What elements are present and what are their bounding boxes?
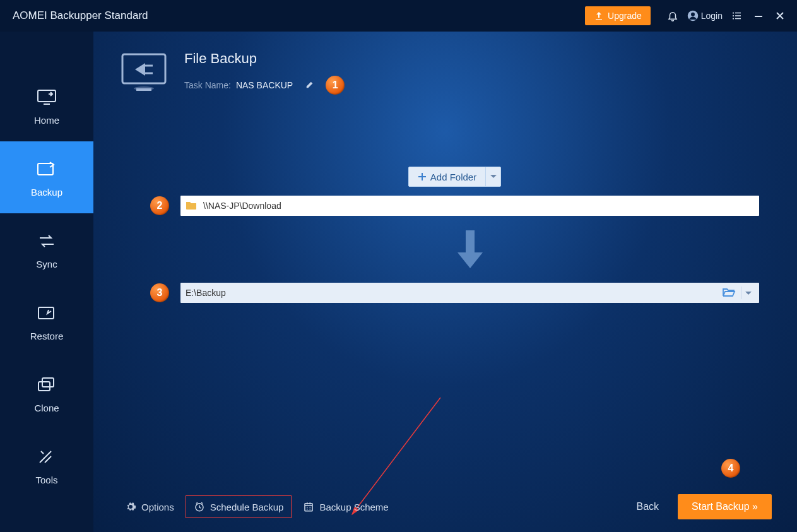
sidebar-item-sync[interactable]: Sync: [0, 213, 93, 285]
sidebar-item-label: Clone: [34, 403, 59, 413]
titlebar: AOMEI Backupper Standard Upgrade Login: [0, 0, 797, 32]
svg-rect-7: [735, 18, 741, 20]
schedule-backup-label: Schedule Backup: [210, 502, 284, 512]
clock-icon: [194, 501, 205, 512]
app-window: AOMEI Backupper Standard Upgrade Login: [0, 0, 797, 532]
svg-point-1: [691, 13, 695, 16]
clone-icon: [35, 374, 58, 396]
sidebar-item-clone[interactable]: Clone: [0, 357, 93, 429]
main-panel: File Backup Task Name: NAS BACKUP 1: [93, 32, 797, 532]
svg-rect-8: [755, 16, 762, 17]
sync-icon: [35, 230, 58, 252]
minimize-button[interactable]: [748, 11, 769, 20]
page-header: File Backup Task Name: NAS BACKUP 1: [93, 32, 797, 116]
source-row: 2 \\NAS-JP\Download: [150, 196, 759, 216]
back-button[interactable]: Back: [636, 501, 659, 512]
sidebar-item-label: Backup: [31, 187, 62, 198]
chevron-down-icon: [490, 174, 497, 179]
svg-rect-16: [466, 230, 475, 252]
restore-icon: [35, 302, 58, 324]
add-folder-label: Add Folder: [430, 172, 476, 182]
scheme-icon: [303, 501, 314, 512]
divider: [741, 287, 741, 299]
pencil-icon[interactable]: [305, 80, 314, 91]
callout-4: 4: [721, 459, 740, 478]
svg-rect-10: [38, 163, 53, 175]
svg-rect-11: [38, 307, 54, 319]
menu-icon[interactable]: [726, 10, 748, 21]
close-button[interactable]: [769, 11, 791, 20]
folder-icon: [186, 200, 197, 212]
task-name-value: NAS BACKUP: [236, 80, 293, 90]
backup-scheme-label: Backup Scheme: [319, 502, 388, 512]
bell-icon[interactable]: [662, 10, 683, 21]
backup-icon: [35, 158, 58, 180]
svg-point-4: [733, 15, 734, 16]
options-label: Options: [141, 502, 174, 512]
callout-2: 2: [150, 196, 169, 215]
sidebar-item-tools[interactable]: Tools: [0, 429, 93, 501]
options-button[interactable]: Options: [119, 497, 180, 516]
gear-icon: [125, 501, 136, 512]
svg-rect-3: [735, 13, 741, 14]
backup-scheme-button[interactable]: Backup Scheme: [297, 497, 394, 516]
chevron-down-icon: [745, 291, 752, 296]
source-path-text: \\NAS-JP\Download: [203, 201, 281, 211]
sidebar-item-backup[interactable]: Backup: [0, 141, 93, 213]
source-path-box[interactable]: \\NAS-JP\Download: [180, 196, 759, 216]
start-backup-label: Start Backup »: [692, 501, 758, 512]
sidebar-item-label: Tools: [35, 475, 57, 485]
svg-point-15: [134, 86, 154, 90]
task-name-label: Task Name:: [184, 80, 231, 90]
app-title: AOMEI Backupper Standard: [13, 9, 585, 22]
sidebar: Home Backup Sync Restore: [0, 32, 93, 532]
svg-rect-5: [735, 15, 741, 16]
login-button[interactable]: Login: [687, 10, 723, 21]
dest-path-box[interactable]: E:\Backup: [180, 283, 759, 303]
dest-row: 3 E:\Backup: [150, 283, 759, 303]
sidebar-item-label: Home: [34, 115, 59, 126]
add-folder-dropdown[interactable]: [485, 167, 500, 186]
add-folder-button[interactable]: Add Folder: [409, 167, 485, 186]
upgrade-button[interactable]: Upgrade: [585, 6, 651, 25]
footer: Options Schedule Backup Backup Scheme Ba…: [93, 482, 797, 532]
callout-3: 3: [150, 283, 169, 302]
page-title: File Backup: [184, 50, 345, 67]
svg-rect-9: [38, 90, 56, 102]
schedule-backup-button[interactable]: Schedule Backup: [186, 495, 292, 518]
sidebar-item-home[interactable]: Home: [0, 69, 93, 141]
upgrade-icon: [594, 11, 604, 21]
body: Home Backup Sync Restore: [0, 32, 797, 532]
title-block: File Backup Task Name: NAS BACKUP 1: [184, 50, 345, 95]
add-folder-button-group: Add Folder: [408, 167, 501, 187]
dest-dropdown[interactable]: [743, 288, 754, 298]
center-area: Add Folder 2 \\NAS-JP\Download: [93, 167, 797, 303]
svg-point-6: [733, 18, 734, 19]
sidebar-item-label: Sync: [36, 259, 57, 269]
svg-point-2: [733, 12, 734, 13]
svg-rect-19: [305, 504, 312, 511]
upgrade-label: Upgrade: [608, 11, 642, 21]
arrow-down-icon: [180, 227, 759, 271]
file-backup-icon: [119, 50, 169, 97]
dest-path-text: E:\Backup: [186, 288, 226, 298]
start-backup-button[interactable]: Start Backup »: [678, 494, 772, 519]
folder-open-icon[interactable]: [718, 287, 740, 299]
user-icon: [687, 10, 699, 21]
tools-icon: [35, 446, 58, 468]
sidebar-item-restore[interactable]: Restore: [0, 285, 93, 357]
home-icon: [35, 86, 58, 109]
plus-icon: [418, 172, 427, 181]
callout-1: 1: [326, 76, 345, 95]
login-label: Login: [701, 11, 723, 21]
sidebar-item-label: Restore: [30, 331, 64, 341]
